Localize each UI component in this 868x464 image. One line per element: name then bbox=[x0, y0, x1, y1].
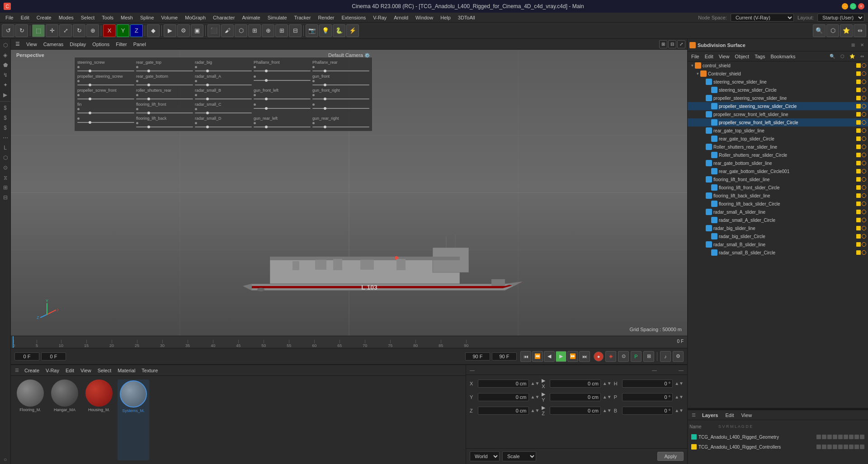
rp-bottom-view[interactable]: View bbox=[738, 412, 755, 418]
palette-button[interactable]: ⬡ bbox=[826, 24, 839, 37]
vp-view[interactable]: View bbox=[24, 41, 40, 47]
layer-controllers[interactable]: TCG_Anadolu_L400_Rigged_Controllers bbox=[689, 442, 866, 452]
apply-button[interactable]: Apply bbox=[657, 452, 684, 461]
play-reverse-button[interactable]: ◀ bbox=[544, 351, 555, 362]
menu-volume[interactable]: Volume bbox=[158, 14, 182, 21]
layer-geometry[interactable]: TCG_Anadolu_L400_Rigged_Geometry bbox=[689, 432, 866, 442]
menu-help[interactable]: Help bbox=[437, 14, 454, 21]
menu-modes[interactable]: Modes bbox=[55, 14, 77, 21]
vp-panel[interactable]: Panel bbox=[131, 41, 149, 47]
menu-vray[interactable]: V-Ray bbox=[369, 14, 390, 21]
undo-button[interactable]: ↺ bbox=[2, 24, 14, 37]
rp-tags-menu[interactable]: Tags bbox=[753, 53, 767, 60]
menu-spline[interactable]: Spline bbox=[137, 14, 158, 21]
obj-prop-screw-front-left-line[interactable]: ▾ propeller_screw_front_left_slider_line bbox=[688, 110, 868, 118]
record-button[interactable]: ● bbox=[594, 352, 604, 361]
obj-prop-steering-slider-line[interactable]: ▾ propeller_steering_screw_slider_line bbox=[688, 94, 868, 102]
next-keyframe-button[interactable]: ⏩ bbox=[567, 351, 578, 362]
additional-button[interactable]: ⊞ bbox=[643, 351, 654, 362]
jump-start-button[interactable]: ⏮ bbox=[520, 351, 531, 362]
play-button[interactable]: ▶ bbox=[556, 351, 566, 362]
sidebar-icon-10[interactable]: ⋯ bbox=[1, 133, 10, 142]
vp-display[interactable]: Display bbox=[67, 41, 89, 47]
obj-radar-small-b-line[interactable]: ▾ radar_small_B_slider_line bbox=[688, 240, 868, 248]
snapping-button[interactable]: ⊕ bbox=[262, 24, 274, 37]
vp-cameras[interactable]: Cameras bbox=[41, 41, 66, 47]
obj-flooring-lift-front-line[interactable]: ▾ flooring_lift_front_slider_line bbox=[688, 175, 868, 183]
obj-flooring-lift-back-line[interactable]: ▾ flooring_lift_back_slider_line bbox=[688, 192, 868, 200]
menu-animate[interactable]: Animate bbox=[238, 14, 264, 21]
me-material[interactable]: Material bbox=[115, 367, 138, 374]
coord-p-field[interactable] bbox=[622, 393, 673, 401]
sidebar-icon-9[interactable]: $ bbox=[1, 123, 10, 132]
obj-roller-shutters-line[interactable]: ▾ Roller_shutters_rear_slider_line bbox=[688, 143, 868, 151]
sound-button[interactable]: ♪ bbox=[660, 351, 671, 362]
obj-control-shield[interactable]: ▾ control_shield bbox=[688, 61, 868, 70]
material-hangar[interactable]: Hangar_MA bbox=[49, 380, 80, 460]
sidebar-icon-16[interactable]: ⊟ bbox=[1, 193, 10, 202]
menu-simulate[interactable]: Simulate bbox=[264, 14, 291, 21]
sidebar-icon-1[interactable]: ⬡ bbox=[1, 41, 10, 50]
me-create[interactable]: Create bbox=[22, 367, 42, 374]
rp-star-icon[interactable]: ⭐ bbox=[848, 52, 856, 61]
search-button[interactable]: 🔍 bbox=[813, 24, 826, 37]
render-active-button[interactable]: ▣ bbox=[191, 24, 203, 37]
move-button[interactable]: ✛ bbox=[46, 24, 58, 37]
obj-flooring-lift-front-circle[interactable]: ▾ flooring_lift_front_slider_Circle bbox=[688, 183, 868, 192]
sidebar-icon-8[interactable]: $ bbox=[1, 113, 10, 122]
material-systems[interactable]: Systems_M. bbox=[118, 380, 149, 460]
redo-button[interactable]: ↻ bbox=[15, 24, 28, 37]
grid-button[interactable]: ⊞ bbox=[275, 24, 288, 37]
menu-arnold[interactable]: Arnold bbox=[390, 14, 412, 21]
window-controls[interactable]: − □ ✕ bbox=[842, 3, 864, 9]
menu-create[interactable]: Create bbox=[33, 14, 55, 21]
bookmark-button[interactable]: ⭐ bbox=[840, 24, 853, 37]
obj-rear-gate-bottom-line[interactable]: ▾ rear_gate_bottom_slider_line bbox=[688, 159, 868, 167]
menu-mograph[interactable]: MoGraph bbox=[181, 14, 209, 21]
pos-record-button[interactable]: P bbox=[631, 351, 642, 362]
scale-button[interactable]: ⤢ bbox=[59, 24, 72, 37]
timeline-ruler[interactable]: 0 5 10 15 20 bbox=[11, 336, 687, 348]
sidebar-icon-13[interactable]: ⊙ bbox=[1, 163, 10, 172]
axis-z-button[interactable]: Z bbox=[130, 24, 143, 37]
layout-dropdown[interactable]: Startup (User) bbox=[817, 14, 864, 22]
rp-expand-icon[interactable]: ⇔ bbox=[858, 52, 866, 61]
node-editor-button[interactable]: ⊞ bbox=[248, 24, 261, 37]
rp-view-menu[interactable]: View bbox=[717, 53, 731, 60]
menu-3dtoall[interactable]: 3DToAll bbox=[454, 14, 479, 21]
expand-button[interactable]: ⇔ bbox=[854, 24, 866, 37]
rp-edit[interactable]: Edit bbox=[703, 53, 715, 60]
obj-rear-gate-bottom-circle[interactable]: ▾ rear_gate_bottom_slider_Circle001 bbox=[688, 167, 868, 175]
transform-button[interactable]: ⊕ bbox=[86, 24, 99, 37]
obj-controler-shield[interactable]: ▾ Controler_shield bbox=[688, 70, 868, 78]
rp-menu-icon-2[interactable]: ⬡ bbox=[838, 52, 846, 61]
sidebar-icon-6[interactable]: ▶ bbox=[1, 90, 10, 99]
menu-tools[interactable]: Tools bbox=[98, 14, 117, 21]
menu-mesh[interactable]: Mesh bbox=[117, 14, 137, 21]
axis-y-button[interactable]: Y bbox=[117, 24, 129, 37]
obj-prop-screw-front-left-circle[interactable]: ▾ propeller_screw_front_left_slider_Circ… bbox=[688, 118, 868, 127]
nodespace-dropdown[interactable]: Current (V-Ray) bbox=[731, 14, 794, 22]
sidebar-icon-7[interactable]: $ bbox=[1, 103, 10, 112]
obj-rear-gate-top-circle[interactable]: ▾ rear_gate_top_slider_Circle bbox=[688, 135, 868, 143]
minimize-button[interactable]: − bbox=[842, 3, 848, 9]
menu-tracker[interactable]: Tracker bbox=[291, 14, 315, 21]
keyframe-button[interactable]: ◈ bbox=[605, 351, 616, 362]
coord-h-field[interactable] bbox=[622, 380, 673, 388]
obj-rear-gate-top-line[interactable]: ▾ rear_gate_top_slider_line bbox=[688, 127, 868, 135]
sidebar-icon-12[interactable]: ⬡ bbox=[1, 153, 10, 162]
sidebar-icon-15[interactable]: ⊞ bbox=[1, 183, 10, 192]
obj-steering-screw-slider-circle[interactable]: ▾ steering_screw_slider_Circle bbox=[688, 86, 868, 94]
camera-button[interactable]: 📷 bbox=[306, 24, 318, 37]
maximize-button[interactable]: □ bbox=[850, 3, 856, 9]
obj-steering-screw-slider-line[interactable]: ▾ steering_screw_slider_line bbox=[688, 78, 868, 86]
paint-button[interactable]: 🖌 bbox=[221, 24, 234, 37]
coord-y-rot-field[interactable] bbox=[550, 393, 601, 401]
workplane-button[interactable]: ⊟ bbox=[289, 24, 302, 37]
vp-zoom-btn[interactable]: ⤢ bbox=[677, 40, 685, 48]
plugin-button[interactable]: ⚡ bbox=[346, 24, 359, 37]
rotate-button[interactable]: ↻ bbox=[73, 24, 85, 37]
sidebar-icon-14[interactable]: ⧖ bbox=[1, 173, 10, 182]
rp-file[interactable]: File bbox=[689, 53, 701, 60]
prev-keyframe-button[interactable]: ⏪ bbox=[532, 351, 543, 362]
